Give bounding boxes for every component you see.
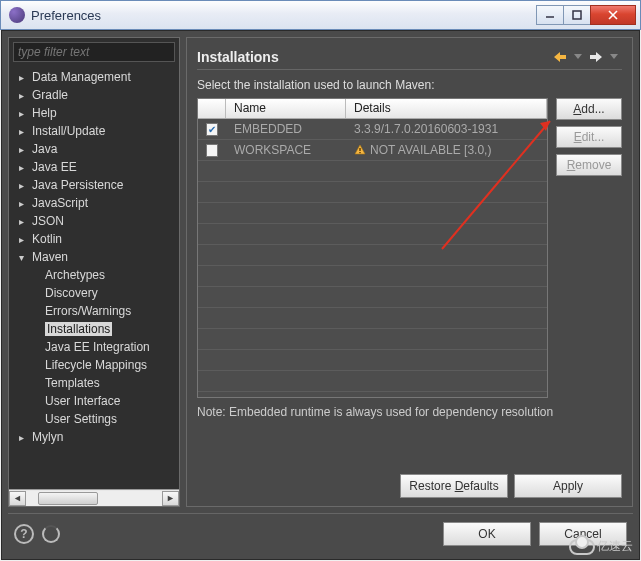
restore-defaults-button[interactable]: Restore Defaults — [400, 474, 508, 498]
tree-item-label: Installations — [45, 322, 112, 336]
page-subtitle: Select the installation used to launch M… — [197, 78, 622, 92]
row-checkbox[interactable] — [206, 144, 218, 157]
tree-item-maven[interactable]: ▾Maven — [9, 248, 179, 266]
tree-item-java-ee-integration[interactable]: Java EE Integration — [9, 338, 179, 356]
col-details[interactable]: Details — [346, 99, 547, 118]
nav-forward-icon[interactable] — [588, 49, 604, 65]
col-check — [198, 99, 226, 118]
tree-item-javascript[interactable]: ▸JavaScript — [9, 194, 179, 212]
table-row[interactable]: WORKSPACENOT AVAILABLE [3.0,) — [198, 140, 547, 161]
tree-item-gradle[interactable]: ▸Gradle — [9, 86, 179, 104]
preferences-tree-panel: ▸Data Management▸Gradle▸Help▸Install/Upd… — [8, 37, 180, 507]
filter-input[interactable] — [13, 42, 175, 62]
warning-icon — [354, 144, 366, 156]
cloud-icon — [569, 539, 595, 555]
table-row-empty — [198, 350, 547, 371]
tree-item-label: Mylyn — [32, 430, 63, 444]
tree-item-help[interactable]: ▸Help — [9, 104, 179, 122]
tree-item-installations[interactable]: Installations — [9, 320, 179, 338]
scroll-right-arrow[interactable]: ► — [162, 491, 179, 506]
tree-item-json[interactable]: ▸JSON — [9, 212, 179, 230]
progress-icon — [42, 525, 60, 543]
table-row-empty — [198, 224, 547, 245]
tree-item-label: Help — [32, 106, 57, 120]
tree-item-label: Java — [32, 142, 57, 156]
ok-button[interactable]: OK — [443, 522, 531, 546]
note-text: Note: Embedded runtime is always used fo… — [197, 404, 622, 420]
tree-item-label: Data Management — [32, 70, 131, 84]
remove-button[interactable]: Remove — [556, 154, 622, 176]
help-icon[interactable]: ? — [14, 524, 34, 544]
scroll-left-arrow[interactable]: ◄ — [9, 491, 26, 506]
table-row-empty — [198, 287, 547, 308]
twisty-closed-icon[interactable]: ▸ — [19, 216, 28, 227]
table-header: Name Details — [198, 99, 547, 119]
tree-item-data-management[interactable]: ▸Data Management — [9, 68, 179, 86]
tree-item-discovery[interactable]: Discovery — [9, 284, 179, 302]
window-title: Preferences — [31, 8, 537, 23]
twisty-closed-icon[interactable]: ▸ — [19, 432, 28, 443]
scroll-track[interactable] — [26, 491, 162, 506]
twisty-closed-icon[interactable]: ▸ — [19, 180, 28, 191]
row-details: NOT AVAILABLE [3.0,) — [346, 143, 547, 157]
tree-item-label: Maven — [32, 250, 68, 264]
apply-button[interactable]: Apply — [514, 474, 622, 498]
tree-item-label: Errors/Warnings — [45, 304, 131, 318]
col-name[interactable]: Name — [226, 99, 346, 118]
tree-item-java-ee[interactable]: ▸Java EE — [9, 158, 179, 176]
tree-item-templates[interactable]: Templates — [9, 374, 179, 392]
minimize-button[interactable] — [536, 5, 564, 25]
tree-item-install-update[interactable]: ▸Install/Update — [9, 122, 179, 140]
tree-item-label: User Settings — [45, 412, 117, 426]
tree-item-label: Templates — [45, 376, 100, 390]
nav-back-menu[interactable] — [574, 54, 582, 59]
add-button[interactable]: Add... — [556, 98, 622, 120]
tree-item-mylyn[interactable]: ▸Mylyn — [9, 428, 179, 446]
tree-item-user-settings[interactable]: User Settings — [9, 410, 179, 428]
close-button[interactable] — [590, 5, 636, 25]
maximize-button[interactable] — [563, 5, 591, 25]
tree-item-errors-warnings[interactable]: Errors/Warnings — [9, 302, 179, 320]
tree-item-label: Java Persistence — [32, 178, 123, 192]
twisty-closed-icon[interactable]: ▸ — [19, 72, 28, 83]
edit-button[interactable]: Edit... — [556, 126, 622, 148]
table-row-empty — [198, 266, 547, 287]
tree-item-label: JSON — [32, 214, 64, 228]
installations-table[interactable]: Name Details ✔EMBEDDED3.3.9/1.7.0.201606… — [197, 98, 548, 398]
preferences-tree[interactable]: ▸Data Management▸Gradle▸Help▸Install/Upd… — [9, 66, 179, 489]
twisty-closed-icon[interactable]: ▸ — [19, 162, 28, 173]
installations-area: Name Details ✔EMBEDDED3.3.9/1.7.0.201606… — [197, 98, 622, 398]
tree-item-java[interactable]: ▸Java — [9, 140, 179, 158]
table-row-empty — [198, 308, 547, 329]
twisty-closed-icon[interactable]: ▸ — [19, 234, 28, 245]
table-row-empty — [198, 203, 547, 224]
twisty-open-icon[interactable]: ▾ — [19, 252, 28, 263]
page-title: Installations — [197, 49, 550, 65]
row-name: WORKSPACE — [226, 143, 346, 157]
tree-item-java-persistence[interactable]: ▸Java Persistence — [9, 176, 179, 194]
table-row[interactable]: ✔EMBEDDED3.3.9/1.7.0.20160603-1931 — [198, 119, 547, 140]
twisty-closed-icon[interactable]: ▸ — [19, 126, 28, 137]
tree-item-label: Lifecycle Mappings — [45, 358, 147, 372]
tree-horizontal-scrollbar[interactable]: ◄ ► — [9, 489, 179, 506]
nav-forward-menu[interactable] — [610, 54, 618, 59]
twisty-closed-icon[interactable]: ▸ — [19, 198, 28, 209]
tree-item-label: Archetypes — [45, 268, 105, 282]
twisty-closed-icon[interactable]: ▸ — [19, 108, 28, 119]
page-bottom-buttons: Restore Defaults Apply — [197, 466, 622, 498]
table-row-empty — [198, 371, 547, 392]
tree-item-user-interface[interactable]: User Interface — [9, 392, 179, 410]
table-row-empty — [198, 329, 547, 350]
row-details: 3.3.9/1.7.0.20160603-1931 — [346, 122, 547, 136]
tree-item-archetypes[interactable]: Archetypes — [9, 266, 179, 284]
row-name: EMBEDDED — [226, 122, 346, 136]
scroll-thumb[interactable] — [38, 492, 98, 505]
svg-rect-4 — [359, 148, 360, 151]
twisty-closed-icon[interactable]: ▸ — [19, 90, 28, 101]
tree-item-lifecycle-mappings[interactable]: Lifecycle Mappings — [9, 356, 179, 374]
nav-back-icon[interactable] — [552, 49, 568, 65]
titlebar: Preferences — [0, 0, 641, 30]
row-checkbox[interactable]: ✔ — [206, 123, 218, 136]
twisty-closed-icon[interactable]: ▸ — [19, 144, 28, 155]
tree-item-kotlin[interactable]: ▸Kotlin — [9, 230, 179, 248]
